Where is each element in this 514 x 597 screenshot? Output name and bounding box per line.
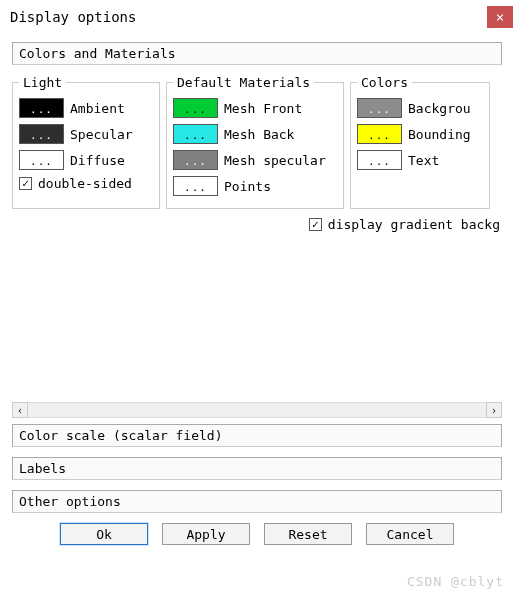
mesh-front-label: Mesh Front	[224, 101, 302, 116]
scroll-right-icon[interactable]: ›	[486, 402, 502, 418]
double-sided-checkbox[interactable]: ✓	[19, 177, 32, 190]
mesh-specular-label: Mesh specular	[224, 153, 326, 168]
watermark-text: CSDN @cblyt	[407, 574, 504, 589]
ambient-swatch[interactable]: ...	[19, 98, 64, 118]
gradient-checkbox-wrap[interactable]: ✓ display gradient backg	[309, 217, 500, 232]
background-label: Backgrou	[408, 101, 471, 116]
bounding-label: Bounding	[408, 127, 471, 142]
group-light-legend: Light	[19, 75, 66, 90]
mesh-specular-row: ... Mesh specular	[173, 150, 337, 170]
light-specular-row: ... Specular	[19, 124, 153, 144]
group-colors: Colors ... Backgrou ... Bounding ... Tex…	[350, 75, 490, 209]
specular-label: Specular	[70, 127, 133, 142]
ok-button[interactable]: Ok	[60, 523, 148, 545]
section-colors-and-materials[interactable]: Colors and Materials	[12, 42, 502, 65]
group-light: Light ... Ambient ... Specular ... Diffu…	[12, 75, 160, 209]
gradient-checkbox[interactable]: ✓	[309, 218, 322, 231]
section-labels[interactable]: Labels	[12, 457, 502, 480]
text-color-swatch[interactable]: ...	[357, 150, 402, 170]
dialog-window: Display options × Colors and Materials L…	[0, 0, 514, 553]
cancel-button[interactable]: Cancel	[366, 523, 454, 545]
double-sided-checkbox-row[interactable]: ✓ double-sided	[19, 176, 153, 191]
mesh-back-row: ... Mesh Back	[173, 124, 337, 144]
gradient-label: display gradient backg	[328, 217, 500, 232]
diffuse-swatch[interactable]: ...	[19, 150, 64, 170]
reset-button[interactable]: Reset	[264, 523, 352, 545]
mesh-front-row: ... Mesh Front	[173, 98, 337, 118]
scroll-track[interactable]	[28, 402, 486, 418]
points-row: ... Points	[173, 176, 337, 196]
apply-button[interactable]: Apply	[162, 523, 250, 545]
background-row: ... Backgrou	[357, 98, 483, 118]
section-other-options[interactable]: Other options	[12, 490, 502, 513]
double-sided-label: double-sided	[38, 176, 132, 191]
mesh-front-swatch[interactable]: ...	[173, 98, 218, 118]
horizontal-scrollbar[interactable]: ‹ ›	[12, 402, 502, 418]
points-label: Points	[224, 179, 271, 194]
background-swatch[interactable]: ...	[357, 98, 402, 118]
window-title: Display options	[10, 9, 136, 25]
titlebar: Display options ×	[0, 0, 514, 34]
light-ambient-row: ... Ambient	[19, 98, 153, 118]
bounding-swatch[interactable]: ...	[357, 124, 402, 144]
group-materials-legend: Default Materials	[173, 75, 314, 90]
text-color-row: ... Text	[357, 150, 483, 170]
groups-row: Light ... Ambient ... Specular ... Diffu…	[12, 75, 502, 209]
close-button[interactable]: ×	[487, 6, 513, 28]
light-diffuse-row: ... Diffuse	[19, 150, 153, 170]
dialog-body: Colors and Materials Light ... Ambient .…	[0, 34, 514, 553]
mesh-back-label: Mesh Back	[224, 127, 294, 142]
mesh-back-swatch[interactable]: ...	[173, 124, 218, 144]
diffuse-label: Diffuse	[70, 153, 125, 168]
ambient-label: Ambient	[70, 101, 125, 116]
button-bar: Ok Apply Reset Cancel	[12, 523, 502, 545]
mesh-specular-swatch[interactable]: ...	[173, 150, 218, 170]
text-color-label: Text	[408, 153, 439, 168]
scroll-left-icon[interactable]: ‹	[12, 402, 28, 418]
points-swatch[interactable]: ...	[173, 176, 218, 196]
bounding-row: ... Bounding	[357, 124, 483, 144]
gradient-checkbox-row: ✓ display gradient backg	[12, 217, 500, 232]
section-color-scale[interactable]: Color scale (scalar field)	[12, 424, 502, 447]
group-default-materials: Default Materials ... Mesh Front ... Mes…	[166, 75, 344, 209]
specular-swatch[interactable]: ...	[19, 124, 64, 144]
group-colors-legend: Colors	[357, 75, 412, 90]
